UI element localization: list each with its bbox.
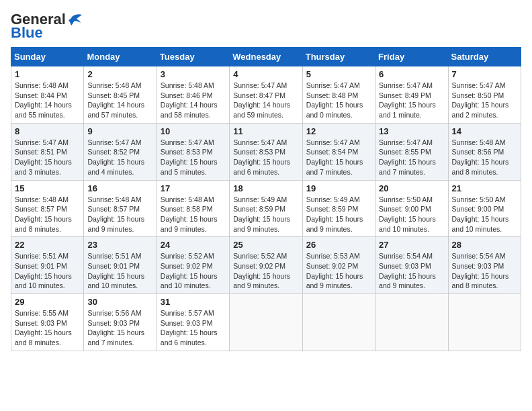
day-info: Sunrise: 5:47 AM Sunset: 8:49 PM Dayligh… bbox=[379, 81, 444, 120]
calendar-table: SundayMondayTuesdayWednesdayThursdayFrid… bbox=[11, 47, 521, 351]
calendar-day-cell: 9Sunrise: 5:47 AM Sunset: 8:52 PM Daylig… bbox=[84, 123, 157, 180]
day-info: Sunrise: 5:47 AM Sunset: 8:52 PM Dayligh… bbox=[87, 138, 152, 177]
day-info: Sunrise: 5:47 AM Sunset: 8:48 PM Dayligh… bbox=[306, 81, 371, 120]
page-container: General Blue SundayMondayTuesdayWednesda… bbox=[11, 11, 521, 351]
calendar-day-cell: 31Sunrise: 5:57 AM Sunset: 9:03 PM Dayli… bbox=[157, 294, 229, 351]
calendar-day-cell: 20Sunrise: 5:50 AM Sunset: 9:00 PM Dayli… bbox=[375, 180, 448, 237]
day-number: 30 bbox=[87, 297, 152, 307]
day-info: Sunrise: 5:47 AM Sunset: 8:50 PM Dayligh… bbox=[452, 81, 517, 120]
day-info: Sunrise: 5:50 AM Sunset: 9:00 PM Dayligh… bbox=[452, 195, 517, 234]
day-number: 6 bbox=[379, 69, 444, 79]
calendar-day-cell: 4Sunrise: 5:47 AM Sunset: 8:47 PM Daylig… bbox=[230, 66, 302, 124]
calendar-week-row: 22Sunrise: 5:51 AM Sunset: 9:01 PM Dayli… bbox=[11, 237, 521, 294]
weekday-header-row: SundayMondayTuesdayWednesdayThursdayFrid… bbox=[11, 48, 521, 66]
calendar-day-cell: 14Sunrise: 5:48 AM Sunset: 8:56 PM Dayli… bbox=[448, 123, 521, 180]
day-info: Sunrise: 5:48 AM Sunset: 8:58 PM Dayligh… bbox=[161, 195, 226, 234]
day-info: Sunrise: 5:47 AM Sunset: 8:51 PM Dayligh… bbox=[15, 138, 80, 177]
empty-cell bbox=[375, 294, 448, 351]
calendar-week-row: 15Sunrise: 5:48 AM Sunset: 8:57 PM Dayli… bbox=[11, 180, 521, 237]
day-number: 15 bbox=[15, 183, 80, 193]
calendar-day-cell: 23Sunrise: 5:51 AM Sunset: 9:01 PM Dayli… bbox=[84, 237, 157, 294]
calendar-week-row: 29Sunrise: 5:55 AM Sunset: 9:03 PM Dayli… bbox=[11, 294, 521, 351]
day-info: Sunrise: 5:47 AM Sunset: 8:53 PM Dayligh… bbox=[161, 138, 226, 177]
day-info: Sunrise: 5:52 AM Sunset: 9:02 PM Dayligh… bbox=[161, 251, 226, 291]
weekday-header-tuesday: Tuesday bbox=[157, 48, 229, 66]
day-number: 24 bbox=[161, 240, 226, 250]
day-number: 13 bbox=[379, 126, 444, 136]
calendar-day-cell: 5Sunrise: 5:47 AM Sunset: 8:48 PM Daylig… bbox=[302, 66, 375, 124]
calendar-day-cell: 30Sunrise: 5:56 AM Sunset: 9:03 PM Dayli… bbox=[84, 294, 157, 351]
weekday-header-thursday: Thursday bbox=[302, 48, 375, 66]
calendar-day-cell: 27Sunrise: 5:54 AM Sunset: 9:03 PM Dayli… bbox=[375, 237, 448, 294]
day-info: Sunrise: 5:47 AM Sunset: 8:55 PM Dayligh… bbox=[379, 138, 444, 177]
day-info: Sunrise: 5:50 AM Sunset: 9:00 PM Dayligh… bbox=[379, 195, 444, 234]
day-info: Sunrise: 5:47 AM Sunset: 8:47 PM Dayligh… bbox=[233, 81, 298, 120]
calendar-day-cell: 16Sunrise: 5:48 AM Sunset: 8:57 PM Dayli… bbox=[84, 180, 157, 237]
day-number: 18 bbox=[233, 183, 298, 193]
day-number: 16 bbox=[87, 183, 152, 193]
day-number: 29 bbox=[15, 297, 80, 307]
calendar-day-cell: 25Sunrise: 5:52 AM Sunset: 9:02 PM Dayli… bbox=[230, 237, 302, 294]
calendar-day-cell: 21Sunrise: 5:50 AM Sunset: 9:00 PM Dayli… bbox=[448, 180, 521, 237]
day-number: 22 bbox=[15, 240, 80, 250]
calendar-day-cell: 28Sunrise: 5:54 AM Sunset: 9:03 PM Dayli… bbox=[448, 237, 521, 294]
day-info: Sunrise: 5:48 AM Sunset: 8:44 PM Dayligh… bbox=[15, 81, 80, 120]
calendar-day-cell: 22Sunrise: 5:51 AM Sunset: 9:01 PM Dayli… bbox=[11, 237, 84, 294]
day-number: 20 bbox=[379, 183, 444, 193]
weekday-header-sunday: Sunday bbox=[11, 48, 84, 66]
day-number: 28 bbox=[452, 240, 517, 250]
day-info: Sunrise: 5:53 AM Sunset: 9:02 PM Dayligh… bbox=[306, 251, 371, 291]
calendar-week-row: 8Sunrise: 5:47 AM Sunset: 8:51 PM Daylig… bbox=[11, 123, 521, 180]
day-info: Sunrise: 5:48 AM Sunset: 8:46 PM Dayligh… bbox=[161, 81, 226, 120]
logo: General Blue bbox=[11, 11, 82, 42]
day-number: 23 bbox=[87, 240, 152, 250]
day-number: 3 bbox=[161, 69, 226, 79]
empty-cell bbox=[448, 294, 521, 351]
empty-cell bbox=[302, 294, 375, 351]
day-info: Sunrise: 5:51 AM Sunset: 9:01 PM Dayligh… bbox=[15, 251, 80, 291]
calendar-day-cell: 11Sunrise: 5:47 AM Sunset: 8:53 PM Dayli… bbox=[230, 123, 302, 180]
logo-blue-text: Blue bbox=[11, 24, 43, 42]
day-info: Sunrise: 5:49 AM Sunset: 8:59 PM Dayligh… bbox=[306, 195, 371, 234]
calendar-day-cell: 1Sunrise: 5:48 AM Sunset: 8:44 PM Daylig… bbox=[11, 66, 84, 124]
day-number: 1 bbox=[15, 69, 80, 79]
day-number: 25 bbox=[233, 240, 298, 250]
empty-cell bbox=[230, 294, 302, 351]
calendar-week-row: 1Sunrise: 5:48 AM Sunset: 8:44 PM Daylig… bbox=[11, 66, 521, 124]
weekday-header-saturday: Saturday bbox=[448, 48, 521, 66]
day-info: Sunrise: 5:55 AM Sunset: 9:03 PM Dayligh… bbox=[15, 308, 80, 348]
logo-bird-icon bbox=[67, 13, 82, 26]
day-number: 9 bbox=[87, 126, 152, 136]
day-number: 31 bbox=[161, 297, 226, 307]
day-number: 21 bbox=[452, 183, 517, 193]
weekday-header-wednesday: Wednesday bbox=[230, 48, 302, 66]
calendar-day-cell: 17Sunrise: 5:48 AM Sunset: 8:58 PM Dayli… bbox=[157, 180, 229, 237]
day-info: Sunrise: 5:47 AM Sunset: 8:54 PM Dayligh… bbox=[306, 138, 371, 177]
day-info: Sunrise: 5:48 AM Sunset: 8:57 PM Dayligh… bbox=[15, 195, 80, 234]
day-number: 10 bbox=[161, 126, 226, 136]
day-info: Sunrise: 5:47 AM Sunset: 8:53 PM Dayligh… bbox=[233, 138, 298, 177]
day-info: Sunrise: 5:54 AM Sunset: 9:03 PM Dayligh… bbox=[452, 251, 517, 291]
calendar-day-cell: 3Sunrise: 5:48 AM Sunset: 8:46 PM Daylig… bbox=[157, 66, 229, 124]
day-number: 2 bbox=[87, 69, 152, 79]
calendar-day-cell: 12Sunrise: 5:47 AM Sunset: 8:54 PM Dayli… bbox=[302, 123, 375, 180]
day-number: 11 bbox=[233, 126, 298, 136]
day-info: Sunrise: 5:52 AM Sunset: 9:02 PM Dayligh… bbox=[233, 251, 298, 291]
day-number: 14 bbox=[452, 126, 517, 136]
day-number: 7 bbox=[452, 69, 517, 79]
day-number: 12 bbox=[306, 126, 371, 136]
calendar-day-cell: 2Sunrise: 5:48 AM Sunset: 8:45 PM Daylig… bbox=[84, 66, 157, 124]
calendar-day-cell: 6Sunrise: 5:47 AM Sunset: 8:49 PM Daylig… bbox=[375, 66, 448, 124]
calendar-day-cell: 13Sunrise: 5:47 AM Sunset: 8:55 PM Dayli… bbox=[375, 123, 448, 180]
day-number: 5 bbox=[306, 69, 371, 79]
day-info: Sunrise: 5:51 AM Sunset: 9:01 PM Dayligh… bbox=[87, 251, 152, 291]
day-info: Sunrise: 5:49 AM Sunset: 8:59 PM Dayligh… bbox=[233, 195, 298, 234]
day-number: 27 bbox=[379, 240, 444, 250]
calendar-day-cell: 19Sunrise: 5:49 AM Sunset: 8:59 PM Dayli… bbox=[302, 180, 375, 237]
day-info: Sunrise: 5:48 AM Sunset: 8:56 PM Dayligh… bbox=[452, 138, 517, 177]
calendar-day-cell: 26Sunrise: 5:53 AM Sunset: 9:02 PM Dayli… bbox=[302, 237, 375, 294]
day-info: Sunrise: 5:57 AM Sunset: 9:03 PM Dayligh… bbox=[161, 308, 226, 348]
header: General Blue bbox=[11, 11, 521, 42]
calendar-day-cell: 18Sunrise: 5:49 AM Sunset: 8:59 PM Dayli… bbox=[230, 180, 302, 237]
calendar-day-cell: 15Sunrise: 5:48 AM Sunset: 8:57 PM Dayli… bbox=[11, 180, 84, 237]
